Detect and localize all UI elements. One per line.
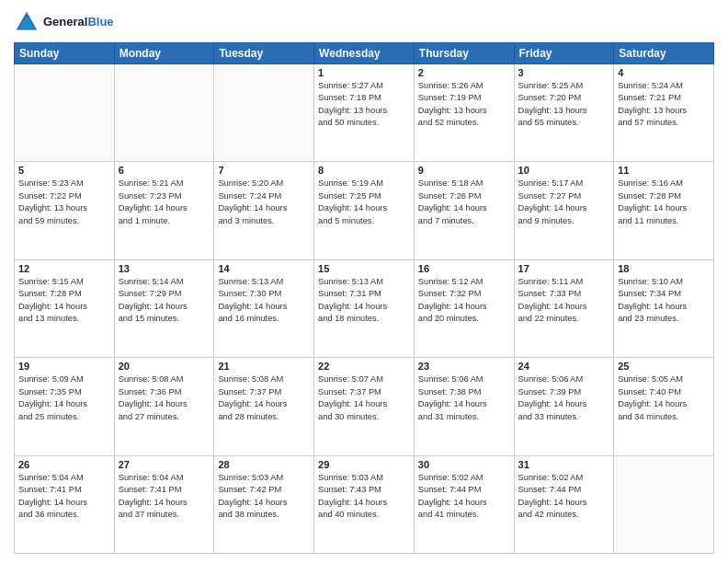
cell-info: Sunrise: 5:15 AMSunset: 7:28 PMDaylight:… bbox=[18, 276, 110, 326]
day-number: 25 bbox=[618, 361, 710, 372]
calendar-cell: 5Sunrise: 5:23 AMSunset: 7:22 PMDaylight… bbox=[15, 162, 115, 259]
cell-info: Sunrise: 5:19 AMSunset: 7:25 PMDaylight:… bbox=[318, 178, 410, 227]
cell-info: Sunrise: 5:04 AMSunset: 7:41 PMDaylight:… bbox=[119, 472, 210, 522]
logo: GeneralBlue Blue bbox=[14, 9, 114, 35]
cell-info: Sunrise: 5:21 AMSunset: 7:23 PMDaylight:… bbox=[119, 178, 210, 227]
cell-info: Sunrise: 5:17 AMSunset: 7:27 PMDaylight:… bbox=[518, 178, 610, 227]
page: GeneralBlue Blue SundayMondayTuesdayWedn… bbox=[0, 0, 728, 563]
calendar-week-2: 5Sunrise: 5:23 AMSunset: 7:22 PMDaylight… bbox=[15, 162, 714, 259]
cell-info: Sunrise: 5:26 AMSunset: 7:19 PMDaylight:… bbox=[418, 80, 510, 130]
day-number: 19 bbox=[18, 361, 110, 372]
calendar-cell: 2Sunrise: 5:26 AMSunset: 7:19 PMDaylight… bbox=[414, 64, 514, 162]
cell-info: Sunrise: 5:27 AMSunset: 7:18 PMDaylight:… bbox=[318, 80, 410, 130]
calendar-cell: 14Sunrise: 5:13 AMSunset: 7:30 PMDayligh… bbox=[214, 259, 314, 357]
day-number: 2 bbox=[418, 67, 510, 78]
weekday-header-saturday: Saturday bbox=[614, 43, 714, 64]
day-number: 4 bbox=[618, 67, 710, 78]
cell-info: Sunrise: 5:13 AMSunset: 7:30 PMDaylight:… bbox=[218, 276, 310, 326]
cell-info: Sunrise: 5:08 AMSunset: 7:37 PMDaylight:… bbox=[218, 373, 310, 423]
cell-info: Sunrise: 5:18 AMSunset: 7:26 PMDaylight:… bbox=[418, 178, 510, 227]
day-number: 24 bbox=[518, 361, 610, 372]
calendar-cell: 30Sunrise: 5:02 AMSunset: 7:44 PMDayligh… bbox=[414, 455, 514, 553]
calendar-cell: 25Sunrise: 5:05 AMSunset: 7:40 PMDayligh… bbox=[614, 358, 714, 455]
calendar-table: SundayMondayTuesdayWednesdayThursdayFrid… bbox=[14, 42, 714, 554]
cell-info: Sunrise: 5:03 AMSunset: 7:43 PMDaylight:… bbox=[318, 472, 410, 522]
day-number: 30 bbox=[418, 459, 510, 470]
day-number: 14 bbox=[218, 263, 310, 274]
day-number: 16 bbox=[418, 263, 510, 274]
calendar-cell: 15Sunrise: 5:13 AMSunset: 7:31 PMDayligh… bbox=[314, 259, 415, 357]
calendar-cell bbox=[114, 64, 214, 162]
calendar-cell: 4Sunrise: 5:24 AMSunset: 7:21 PMDaylight… bbox=[614, 64, 714, 162]
cell-info: Sunrise: 5:16 AMSunset: 7:28 PMDaylight:… bbox=[618, 178, 710, 227]
calendar-cell: 29Sunrise: 5:03 AMSunset: 7:43 PMDayligh… bbox=[314, 455, 415, 553]
calendar-cell: 31Sunrise: 5:02 AMSunset: 7:44 PMDayligh… bbox=[514, 455, 614, 553]
calendar-cell: 20Sunrise: 5:08 AMSunset: 7:36 PMDayligh… bbox=[114, 358, 214, 455]
logo-blue-text: Blue bbox=[87, 15, 113, 29]
calendar-cell bbox=[15, 64, 115, 162]
weekday-header-sunday: Sunday bbox=[15, 43, 115, 64]
day-number: 27 bbox=[119, 459, 210, 470]
day-number: 12 bbox=[18, 263, 110, 274]
cell-info: Sunrise: 5:13 AMSunset: 7:31 PMDaylight:… bbox=[318, 276, 410, 326]
day-number: 26 bbox=[18, 459, 110, 470]
calendar-header-row: SundayMondayTuesdayWednesdayThursdayFrid… bbox=[15, 43, 714, 64]
calendar-cell: 7Sunrise: 5:20 AMSunset: 7:24 PMDaylight… bbox=[214, 162, 314, 259]
calendar-cell: 8Sunrise: 5:19 AMSunset: 7:25 PMDaylight… bbox=[314, 162, 415, 259]
calendar-cell: 28Sunrise: 5:03 AMSunset: 7:42 PMDayligh… bbox=[214, 455, 314, 553]
day-number: 6 bbox=[119, 165, 210, 176]
day-number: 5 bbox=[18, 165, 110, 176]
cell-info: Sunrise: 5:24 AMSunset: 7:21 PMDaylight:… bbox=[618, 80, 710, 130]
cell-info: Sunrise: 5:03 AMSunset: 7:42 PMDaylight:… bbox=[218, 472, 310, 522]
cell-info: Sunrise: 5:05 AMSunset: 7:40 PMDaylight:… bbox=[618, 373, 710, 423]
calendar-cell: 9Sunrise: 5:18 AMSunset: 7:26 PMDaylight… bbox=[414, 162, 514, 259]
calendar-cell: 27Sunrise: 5:04 AMSunset: 7:41 PMDayligh… bbox=[114, 455, 214, 553]
day-number: 17 bbox=[518, 263, 610, 274]
cell-info: Sunrise: 5:12 AMSunset: 7:32 PMDaylight:… bbox=[418, 276, 510, 326]
cell-info: Sunrise: 5:25 AMSunset: 7:20 PMDaylight:… bbox=[518, 80, 610, 130]
cell-info: Sunrise: 5:02 AMSunset: 7:44 PMDaylight:… bbox=[418, 472, 510, 522]
day-number: 22 bbox=[318, 361, 410, 372]
day-number: 18 bbox=[618, 263, 710, 274]
logo-general: General bbox=[43, 15, 87, 29]
day-number: 7 bbox=[218, 165, 310, 176]
cell-info: Sunrise: 5:04 AMSunset: 7:41 PMDaylight:… bbox=[18, 472, 110, 522]
header: GeneralBlue Blue bbox=[14, 9, 714, 35]
day-number: 3 bbox=[518, 67, 610, 78]
calendar-cell: 18Sunrise: 5:10 AMSunset: 7:34 PMDayligh… bbox=[614, 259, 714, 357]
cell-info: Sunrise: 5:06 AMSunset: 7:38 PMDaylight:… bbox=[418, 373, 510, 423]
calendar-cell: 16Sunrise: 5:12 AMSunset: 7:32 PMDayligh… bbox=[414, 259, 514, 357]
day-number: 31 bbox=[518, 459, 610, 470]
calendar-cell: 1Sunrise: 5:27 AMSunset: 7:18 PMDaylight… bbox=[314, 64, 415, 162]
cell-info: Sunrise: 5:11 AMSunset: 7:33 PMDaylight:… bbox=[518, 276, 610, 326]
calendar-cell bbox=[614, 455, 714, 553]
calendar-cell: 24Sunrise: 5:06 AMSunset: 7:39 PMDayligh… bbox=[514, 358, 614, 455]
cell-info: Sunrise: 5:07 AMSunset: 7:37 PMDaylight:… bbox=[318, 373, 410, 423]
calendar-cell: 22Sunrise: 5:07 AMSunset: 7:37 PMDayligh… bbox=[314, 358, 415, 455]
day-number: 28 bbox=[218, 459, 310, 470]
weekday-header-monday: Monday bbox=[114, 43, 214, 64]
calendar-cell: 12Sunrise: 5:15 AMSunset: 7:28 PMDayligh… bbox=[15, 259, 115, 357]
calendar-week-5: 26Sunrise: 5:04 AMSunset: 7:41 PMDayligh… bbox=[15, 455, 714, 553]
weekday-header-friday: Friday bbox=[514, 43, 614, 64]
calendar-cell: 13Sunrise: 5:14 AMSunset: 7:29 PMDayligh… bbox=[114, 259, 214, 357]
calendar-cell: 17Sunrise: 5:11 AMSunset: 7:33 PMDayligh… bbox=[514, 259, 614, 357]
calendar-cell: 6Sunrise: 5:21 AMSunset: 7:23 PMDaylight… bbox=[114, 162, 214, 259]
cell-info: Sunrise: 5:06 AMSunset: 7:39 PMDaylight:… bbox=[518, 373, 610, 423]
calendar-cell: 3Sunrise: 5:25 AMSunset: 7:20 PMDaylight… bbox=[514, 64, 614, 162]
cell-info: Sunrise: 5:20 AMSunset: 7:24 PMDaylight:… bbox=[218, 178, 310, 227]
calendar-cell: 26Sunrise: 5:04 AMSunset: 7:41 PMDayligh… bbox=[15, 455, 115, 553]
weekday-header-tuesday: Tuesday bbox=[214, 43, 314, 64]
day-number: 13 bbox=[119, 263, 210, 274]
calendar-cell: 19Sunrise: 5:09 AMSunset: 7:35 PMDayligh… bbox=[15, 358, 115, 455]
logo-icon bbox=[14, 9, 40, 35]
day-number: 8 bbox=[318, 165, 410, 176]
calendar-cell: 21Sunrise: 5:08 AMSunset: 7:37 PMDayligh… bbox=[214, 358, 314, 455]
calendar-cell: 10Sunrise: 5:17 AMSunset: 7:27 PMDayligh… bbox=[514, 162, 614, 259]
cell-info: Sunrise: 5:08 AMSunset: 7:36 PMDaylight:… bbox=[119, 373, 210, 423]
day-number: 9 bbox=[418, 165, 510, 176]
calendar-cell: 11Sunrise: 5:16 AMSunset: 7:28 PMDayligh… bbox=[614, 162, 714, 259]
cell-info: Sunrise: 5:09 AMSunset: 7:35 PMDaylight:… bbox=[18, 373, 110, 423]
day-number: 20 bbox=[119, 361, 210, 372]
calendar-week-4: 19Sunrise: 5:09 AMSunset: 7:35 PMDayligh… bbox=[15, 358, 714, 455]
